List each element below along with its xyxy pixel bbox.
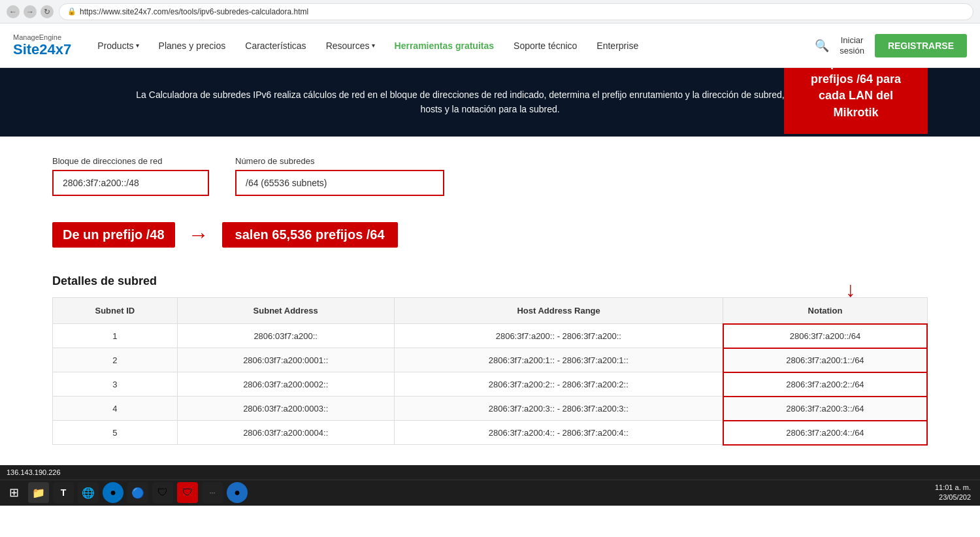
browser-controls: ← → ↻ [7,5,54,18]
search-button[interactable]: 🔍 [815,39,829,53]
cell-range: 2806:3f7:a200:1:: - 2806:3f7:a200:1:: [394,348,723,372]
taskbar-icon-blue-right[interactable]: ● [227,482,248,503]
table-body: 12806:03f7:a200::2806:3f7:a200:: - 2806:… [53,324,928,445]
refresh-button[interactable]: ↻ [41,5,54,18]
taskbar-icon-extra[interactable]: ··· [202,482,223,503]
taskbar-icon-shield1[interactable]: 🛡 [152,482,173,503]
down-arrow-icon: ↓ [845,278,856,302]
forward-button[interactable]: → [24,5,37,18]
login-button[interactable]: Iniciar sesión [840,35,864,56]
status-ip: 136.143.190.226 [7,468,61,476]
network-field: Bloque de direcciones de red [52,156,209,196]
taskbar-icon-folder[interactable]: 📁 [28,482,49,503]
cell-notation: 2806:3f7:a200:3::/64 [723,397,927,421]
table-title: Detalles de subred [52,274,928,288]
cell-address: 2806:03f7:a200:: [177,324,394,348]
browser-chrome: ← → ↻ 🔒 https://www.site24x7.com/es/tool… [0,0,980,24]
table-header: Subnet ID Subnet Address Host Address Ra… [53,297,928,324]
cell-address: 2806:03f7:a200:0001:: [177,348,394,372]
main-content: Podemos utilizar cualquiera de esos pref… [0,137,980,465]
cell-range: 2806:3f7:a200:4:: - 2806:3f7:a200:4:: [394,421,723,445]
table-row: 42806:03f7:a200:0003::2806:3f7:a200:3:: … [53,397,928,421]
chevron-down-icon2: ▾ [372,42,375,49]
nav-enterprise[interactable]: Enterprise [596,41,638,51]
subnets-input[interactable] [235,170,444,196]
cell-address: 2806:03f7:a200:0004:: [177,421,394,445]
col-host-range: Host Address Range [394,297,723,324]
hero-text: La Calculadora de subredes IPv6 realiza … [131,88,849,117]
nav-herramientas[interactable]: Herramientas gratuitas [395,41,495,51]
cell-id: 1 [53,324,178,348]
cell-range: 2806:3f7:a200:3:: - 2806:3f7:a200:3:: [394,397,723,421]
taskbar-icon-globe[interactable]: 🌐 [78,482,99,503]
time-display: 11:01 a. m. [935,483,971,493]
header-row: Subnet ID Subnet Address Host Address Ra… [53,297,928,324]
nav-resources[interactable]: Resources ▾ [326,41,375,51]
table-section: Detalles de subred ↓ Subnet ID Subnet Ad… [52,274,928,446]
chevron-down-icon: ▾ [136,42,139,49]
annotation-area: De un prefijo /48 → salen 65,536 prefijo… [52,209,928,261]
logo-main: Site24x7 [13,41,71,58]
col-notation: Notation [723,297,927,324]
cell-address: 2806:03f7:a200:0002:: [177,372,394,397]
cell-id: 3 [53,372,178,397]
cell-notation: 2806:3f7:a200:4::/64 [723,421,927,445]
url-text: https://www.site24x7.com/es/tools/ipv6-s… [80,7,308,16]
cell-range: 2806:3f7:a200:: - 2806:3f7:a200:: [394,324,723,348]
col-subnet-address: Subnet Address [177,297,394,324]
taskbar-icon-circle1[interactable]: ● [103,482,123,503]
logo-area: ManageEngine Site24x7 [13,33,71,58]
cell-id: 5 [53,421,178,445]
nav-soporte[interactable]: Soporte técnico [514,41,577,51]
register-button[interactable]: REGISTRARSE [875,34,967,57]
taskbar-time: 11:01 a. m. 23/05/202 [935,483,976,503]
cell-id: 4 [53,397,178,421]
statusbar: 136.143.190.226 [0,465,980,480]
cell-id: 2 [53,348,178,372]
cell-notation: 2806:3f7:a200:1::/64 [723,348,927,372]
subnet-table: Subnet ID Subnet Address Host Address Ra… [52,297,928,446]
lock-icon: 🔒 [67,7,76,16]
table-row: 22806:03f7:a200:0001::2806:3f7:a200:1:: … [53,348,928,372]
taskbar-icons: 📁 T 🌐 ● 🔵 🛡 🛡 ··· ● [28,482,248,503]
form-row: Bloque de direcciones de red Número de s… [52,156,928,196]
table-wrapper: ↓ Subnet ID Subnet Address Host Address … [52,297,928,446]
table-row: 12806:03f7:a200::2806:3f7:a200:: - 2806:… [53,324,928,348]
taskbar: ⊞ 📁 T 🌐 ● 🔵 🛡 🛡 ··· ● 11:01 a. m. 23/05/… [0,480,980,506]
taskbar-icon-circle2[interactable]: 🔵 [127,482,148,503]
cell-address: 2806:03f7:a200:0003:: [177,397,394,421]
arrow-right-icon: → [188,223,209,247]
network-input[interactable] [52,170,209,196]
nav-actions: 🔍 Iniciar sesión REGISTRARSE [815,34,967,57]
back-button[interactable]: ← [7,5,20,18]
address-bar[interactable]: 🔒 https://www.site24x7.com/es/tools/ipv6… [59,3,973,20]
navbar: ManageEngine Site24x7 Products ▾ Planes … [0,24,980,68]
nav-caracteristicas[interactable]: Características [245,41,306,51]
start-button[interactable]: ⊞ [4,483,24,502]
logo-top: ManageEngine [13,33,71,41]
col-subnet-id: Subnet ID [53,297,178,324]
subnets-field: Número de subredes [235,156,444,196]
network-label: Bloque de direcciones de red [52,156,209,166]
search-icon: 🔍 [815,39,829,52]
nav-planes[interactable]: Planes y precios [159,41,226,51]
content-wrapper: Podemos utilizar cualquiera de esos pref… [52,156,928,446]
taskbar-icon-shield2[interactable]: 🛡 [177,482,198,503]
table-row: 52806:03f7:a200:0004::2806:3f7:a200:4:: … [53,421,928,445]
nav-products[interactable]: Products ▾ [97,41,139,51]
cell-range: 2806:3f7:a200:2:: - 2806:3f7:a200:2:: [394,372,723,397]
cell-notation: 2806:3f7:a200::/64 [723,324,927,348]
subnets-label: Número de subredes [235,156,444,166]
subnets-annotation-label: salen 65,536 prefijos /64 [222,222,398,248]
table-row: 32806:03f7:a200:0002::2806:3f7:a200:2:: … [53,372,928,397]
cell-notation: 2806:3f7:a200:2::/64 [723,372,927,397]
taskbar-icon-t[interactable]: T [53,482,74,503]
date-display: 23/05/202 [935,493,971,502]
prefix-annotation-label: De un prefijo /48 [52,222,175,248]
nav-links: Products ▾ Planes y precios Característi… [97,41,815,51]
